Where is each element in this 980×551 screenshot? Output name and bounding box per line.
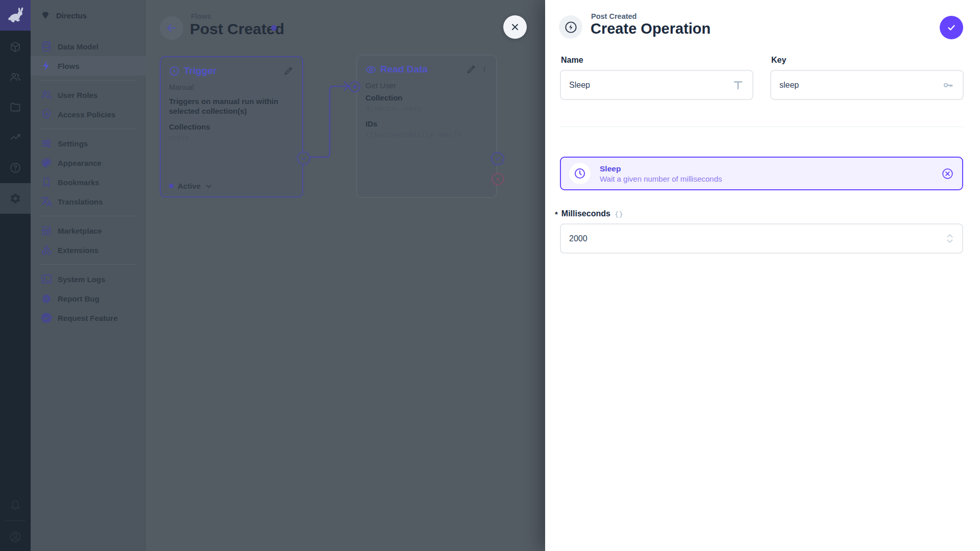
sidebar-item-access-policies[interactable]: Access Policies (31, 105, 145, 124)
read-data-input-handle[interactable] (349, 81, 360, 92)
bell-icon (9, 499, 21, 511)
trigger-collections-label: Collections (169, 122, 294, 132)
database-icon (40, 40, 53, 53)
bookmark-icon (40, 176, 53, 188)
bolt-circle-icon (564, 20, 578, 34)
module-settings[interactable] (0, 183, 31, 214)
breadcrumb-flows[interactable]: Flows (191, 12, 211, 20)
bug-icon (40, 292, 53, 305)
deselect-operation-icon[interactable] (941, 167, 954, 180)
stepper-down-icon[interactable] (946, 239, 954, 244)
sidebar-item-appearance[interactable]: Appearance (31, 153, 145, 172)
eye-icon (365, 64, 376, 75)
ids-value: {{$accountability.user}} (365, 131, 488, 139)
tune-icon (40, 137, 53, 149)
stepper-up-icon[interactable] (946, 233, 954, 238)
sidebar-item-request-feature[interactable]: Request Feature (31, 308, 145, 328)
key-input[interactable] (779, 81, 942, 90)
sidebar-item-bookmarks[interactable]: Bookmarks (31, 172, 145, 192)
sidebar-item-user-roles[interactable]: User Roles (31, 85, 145, 105)
arrow-left-icon (165, 22, 178, 34)
active-label: Active (178, 182, 201, 190)
cube-icon (9, 41, 21, 53)
check-icon (945, 21, 958, 34)
trigger-description: Triggers on manual run within selected c… (169, 96, 294, 116)
users-icon (40, 89, 53, 101)
module-help[interactable] (0, 153, 31, 183)
more-options-icon[interactable] (481, 64, 488, 75)
key-field-label: Key (771, 56, 786, 65)
module-content[interactable] (0, 32, 31, 62)
reject-handle[interactable] (492, 173, 504, 185)
flow-title: Post Created (190, 20, 284, 38)
chevron-down-icon (205, 182, 213, 190)
folder-icon (9, 101, 21, 113)
resolve-handle[interactable] (491, 152, 504, 165)
directus-logo[interactable] (0, 0, 31, 31)
trigger-output-handle[interactable] (297, 152, 310, 165)
terminal-icon (40, 273, 53, 285)
notifications-button[interactable] (0, 490, 31, 520)
module-files[interactable] (0, 92, 31, 122)
users-icon (9, 71, 21, 83)
flow-status-toggle[interactable]: Active (169, 182, 213, 190)
close-drawer-button[interactable] (503, 15, 527, 39)
sidebar-item-marketplace[interactable]: Marketplace (31, 221, 145, 240)
storefront-icon (40, 224, 53, 237)
key-icon (942, 79, 954, 91)
user-avatar[interactable] (0, 521, 31, 551)
title-format-icon (732, 79, 744, 91)
sidebar-item-translations[interactable]: Translations (31, 192, 145, 211)
nav-divider (31, 211, 145, 221)
trigger-type: Manual (169, 82, 294, 92)
edit-operation-icon[interactable] (465, 64, 477, 75)
create-operation-drawer: Post Created Create Operation Name Key (545, 0, 980, 551)
milliseconds-input[interactable] (569, 234, 946, 243)
close-icon (509, 21, 521, 33)
bolt-icon (40, 60, 53, 72)
trigger-collections-value: posts (169, 134, 294, 142)
sidebar-item-report-bug[interactable]: Report Bug (31, 289, 145, 308)
milliseconds-label: Milliseconds (561, 209, 610, 218)
module-insights[interactable] (0, 122, 31, 153)
drawer-divider (560, 127, 963, 127)
save-button[interactable] (940, 16, 963, 39)
raw-value-icon[interactable] (614, 210, 624, 219)
flow-status-dot (271, 25, 277, 31)
collection-value: directus_users (365, 105, 488, 113)
collection-label: Collection (365, 93, 488, 103)
name-input[interactable] (569, 81, 732, 90)
sidebar-item-system-logs[interactable]: System Logs (31, 269, 145, 289)
operation-header-icon (559, 15, 582, 39)
project-header[interactable]: Directus (31, 0, 145, 31)
sidebar-item-flows[interactable]: Flows (31, 56, 145, 76)
gear-icon (9, 192, 21, 205)
sidebar-item-extensions[interactable]: Extensions (31, 240, 145, 260)
milliseconds-field (560, 223, 963, 254)
clock-icon (569, 163, 591, 184)
active-dot (169, 184, 174, 188)
ids-label: IDs (365, 119, 488, 129)
edit-trigger-icon[interactable] (283, 65, 294, 77)
directus-app: Directus Data Model Flows (0, 0, 980, 551)
number-stepper (946, 233, 954, 244)
feature-badge-icon (40, 312, 53, 324)
back-button[interactable] (160, 16, 183, 40)
sidebar-item-settings[interactable]: Settings (31, 134, 145, 153)
nav-list: Data Model Flows User Roles (31, 37, 145, 328)
read-data-panel-title: Read Data (380, 64, 461, 75)
palette-icon (40, 157, 53, 169)
name-field (560, 70, 753, 100)
read-data-panel[interactable]: Read Data Get User Collection directus_u… (356, 55, 497, 198)
project-gem-icon (40, 10, 51, 21)
sidebar-item-data-model[interactable]: Data Model (31, 37, 145, 56)
module-users[interactable] (0, 62, 31, 92)
operation-type-description: Wait a given number of milliseconds (600, 174, 932, 183)
trigger-panel[interactable]: Trigger Manual Triggers on manual run wi… (160, 56, 303, 197)
drawer-breadcrumb: Post Created (591, 12, 636, 20)
key-field (770, 70, 964, 100)
selected-operation-card[interactable]: Sleep Wait a given number of millisecond… (560, 157, 963, 190)
translate-icon (40, 195, 53, 208)
help-icon (9, 162, 21, 174)
insights-icon (9, 131, 21, 143)
